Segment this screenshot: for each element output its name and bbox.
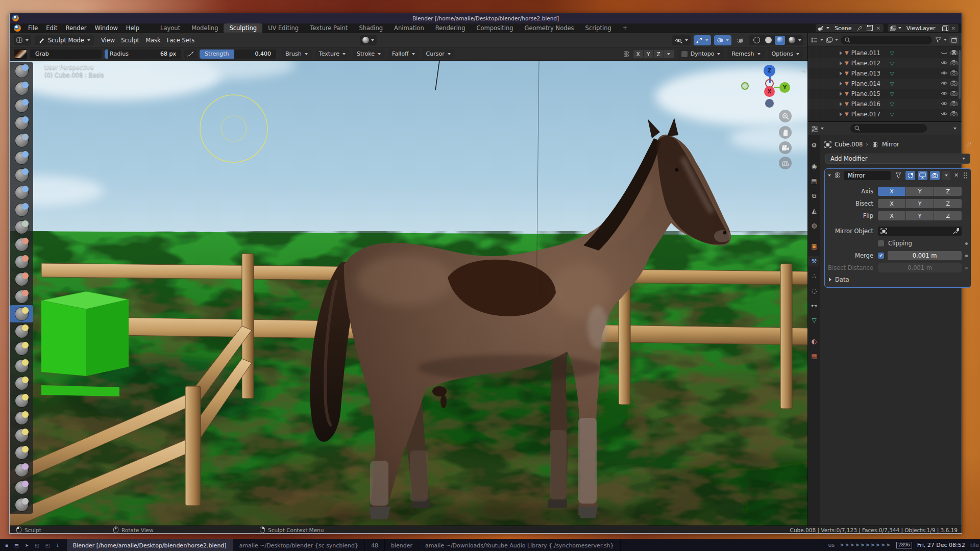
bisect-distance-field[interactable]: 0.001 m: [878, 263, 962, 272]
new-collection-button[interactable]: [949, 36, 959, 44]
viewport-menu-item[interactable]: Face Sets: [164, 37, 198, 44]
merge-checkbox[interactable]: ✔: [878, 253, 884, 259]
properties-tab-tool[interactable]: ⚙: [808, 140, 820, 151]
radius-pressure-toggle[interactable]: [184, 49, 197, 59]
data-subpanel-toggle[interactable]: Data: [825, 274, 971, 285]
gizmo-axis-x[interactable]: X: [764, 86, 775, 97]
shading-wireframe-button[interactable]: [751, 36, 762, 45]
tool-thumb[interactable]: [10, 357, 33, 374]
pin-icon[interactable]: [965, 142, 971, 147]
outliner-item-plane.013[interactable]: ▼ Plane.013 ▽: [808, 68, 962, 79]
properties-tab-world[interactable]: ◍: [808, 220, 820, 231]
gizmo-axis-z[interactable]: Z: [764, 65, 775, 77]
taskbar-window-button[interactable]: 48: [365, 539, 385, 551]
properties-tab-particles[interactable]: ∴: [808, 271, 820, 281]
tool-clay-strips[interactable]: [10, 114, 33, 132]
menu-item[interactable]: Help: [122, 23, 143, 33]
workspace-tab-geometry-nodes[interactable]: Geometry Nodes: [519, 23, 580, 33]
toggle-render[interactable]: [930, 171, 940, 180]
properties-tab-render[interactable]: ◉: [808, 161, 820, 171]
tool-inflate[interactable]: [10, 166, 33, 184]
object-name[interactable]: Plane.012: [851, 60, 880, 67]
axis-y-toggle[interactable]: Y: [906, 187, 934, 196]
modifier-extras-dropdown[interactable]: [942, 171, 950, 180]
gizmo-axis-y[interactable]: Y: [779, 82, 790, 93]
toggle-on-cage[interactable]: [893, 171, 903, 180]
tool-draw-sharp[interactable]: [10, 80, 33, 97]
symmetry-x-toggle[interactable]: X: [633, 50, 644, 58]
bisect-x-toggle[interactable]: X: [878, 199, 905, 208]
tool-layer[interactable]: [10, 149, 33, 166]
workspace-tab-animation[interactable]: Animation: [388, 23, 430, 33]
tool-clay-thumb[interactable]: [10, 132, 33, 149]
outliner-item-plane.014[interactable]: ▼ Plane.014 ▽: [808, 79, 962, 89]
menu-item[interactable]: File: [24, 23, 42, 33]
workspace-icon[interactable]: ➤: [25, 543, 29, 548]
sidebar-collapse-arrow[interactable]: ◄: [801, 68, 805, 74]
tool-rotate[interactable]: [10, 409, 33, 427]
disable-render-toggle[interactable]: [950, 111, 958, 118]
animate-dot[interactable]: [965, 255, 968, 257]
workspace-icon[interactable]: ⬒: [14, 543, 19, 548]
properties-tab-physics[interactable]: ◌: [808, 286, 820, 296]
eyedropper-icon[interactable]: [953, 228, 959, 234]
workspace-icon[interactable]: ◰: [45, 543, 50, 548]
outliner-display-mode-icon[interactable]: [826, 37, 832, 43]
animate-dot[interactable]: [965, 242, 968, 245]
tool-nudge[interactable]: [10, 392, 33, 409]
toggle-realtime[interactable]: [918, 171, 927, 180]
workspace-tab-shading[interactable]: Shading: [353, 23, 388, 33]
tool-dropdown[interactable]: Texture: [315, 49, 350, 59]
viewport-3d[interactable]: User Perspective (0) Cube.008 : Basis: [10, 61, 807, 525]
taskbar-workspace-icons[interactable]: ▪ ⬒ ➤ ◱ ◰ ↓: [0, 543, 67, 548]
symmetry-more-dropdown[interactable]: [664, 50, 674, 58]
gizmos-toggle[interactable]: [694, 35, 711, 45]
tool-mesh-filter[interactable]: [10, 496, 33, 513]
workspace-icon[interactable]: ◱: [35, 543, 39, 548]
radius-slider[interactable]: Radius 68 px: [105, 49, 181, 59]
tool-dropdown[interactable]: Stroke: [353, 49, 385, 59]
filter-icon[interactable]: [935, 37, 941, 43]
shading-solid-button[interactable]: [763, 36, 773, 45]
scene-name[interactable]: Scene: [831, 25, 855, 32]
outliner-item-plane.016[interactable]: ▼ Plane.016 ▽: [808, 99, 962, 109]
new-view-layer-icon[interactable]: [942, 27, 947, 31]
expand-arrow-icon[interactable]: [840, 112, 842, 116]
object-name[interactable]: Plane.011: [851, 49, 880, 57]
hide-viewport-toggle[interactable]: [941, 101, 948, 108]
collapse-chevron[interactable]: [828, 174, 831, 177]
outliner-item-plane.012[interactable]: ▼ Plane.012 ▽: [808, 58, 962, 68]
keyboard-layout[interactable]: us: [828, 542, 835, 548]
gizmo-axis-negz[interactable]: [765, 99, 774, 108]
tool-dropdown[interactable]: Cursor: [422, 49, 455, 59]
tool-simulation[interactable]: [10, 479, 33, 496]
outliner-editor-type-icon[interactable]: [811, 37, 818, 43]
breadcrumb-object[interactable]: Cube.008: [835, 141, 863, 148]
properties-tab-modifiers[interactable]: ⚒: [808, 256, 820, 266]
symmetry-y-toggle[interactable]: Y: [644, 50, 654, 58]
tool-flatten[interactable]: [10, 236, 33, 253]
properties-tab-material[interactable]: ◐: [808, 336, 820, 346]
properties-tab-output[interactable]: ▤: [808, 176, 820, 186]
expand-arrow-icon[interactable]: [840, 92, 842, 96]
taskbar-window-button[interactable]: blender: [385, 539, 419, 551]
hide-viewport-toggle[interactable]: [941, 80, 948, 87]
overlays-toggle[interactable]: [714, 35, 731, 45]
taskbar-window-button[interactable]: Blender [/home/amalie/Desktop/blender/ho…: [67, 539, 233, 551]
disable-render-toggle[interactable]: [950, 70, 958, 77]
tool-slide-relax[interactable]: [10, 427, 33, 444]
viewport-menu-item[interactable]: View: [98, 37, 118, 44]
object-name[interactable]: Plane.015: [851, 90, 880, 97]
tool-boundary[interactable]: [10, 444, 33, 461]
delete-modifier-button[interactable]: ✕: [953, 172, 960, 179]
menu-item[interactable]: Render: [62, 23, 91, 33]
workspace-tab-+[interactable]: +: [617, 23, 633, 33]
navigation-gizmo[interactable]: Z Y X: [749, 63, 793, 114]
pin-icon[interactable]: [856, 26, 863, 31]
properties-tab-object[interactable]: ▣: [808, 241, 820, 252]
workspace-tab-uv-editing[interactable]: UV Editing: [262, 23, 304, 33]
hide-viewport-toggle[interactable]: [941, 90, 948, 97]
tool-dropdown[interactable]: Brush: [281, 49, 312, 59]
view-layer-selector[interactable]: ViewLayer ✕: [888, 24, 959, 32]
properties-tab-view-layer[interactable]: ⧉: [808, 191, 820, 201]
